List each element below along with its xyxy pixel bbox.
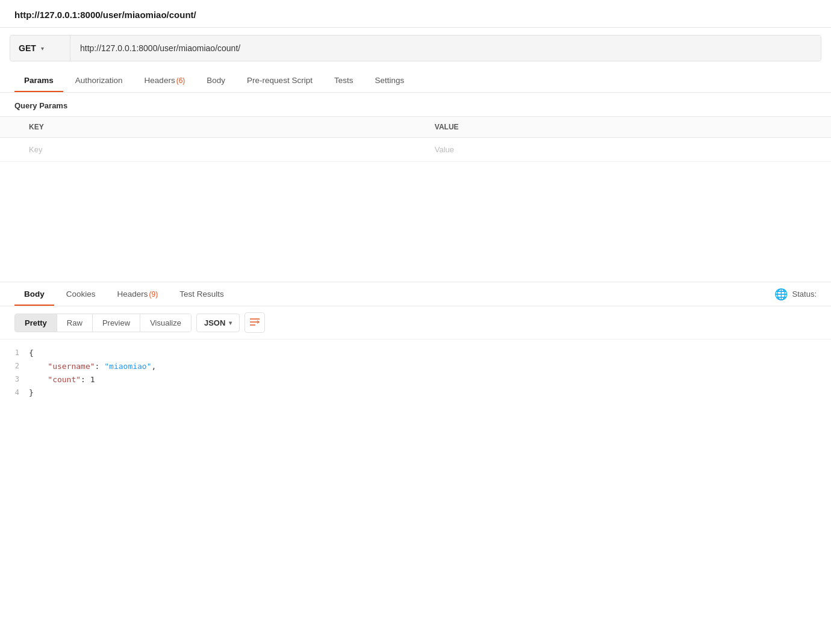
line-number-2: 2 — [5, 360, 29, 372]
tab-authorization[interactable]: Authorization — [66, 69, 132, 92]
tab-response-headers[interactable]: Headers(9) — [108, 282, 168, 306]
wrap-icon — [249, 317, 260, 328]
globe-icon: 🌐 — [774, 288, 788, 301]
tab-pre-request-script[interactable]: Pre-request Script — [237, 69, 322, 92]
format-bar: Pretty Raw Preview Visualize JSON ▾ — [0, 306, 831, 339]
code-line-2: 2 "username": "miaomiao", — [0, 360, 831, 373]
format-pretty-button[interactable]: Pretty — [15, 314, 57, 332]
code-line-4: 4 } — [0, 386, 831, 400]
chevron-down-icon: ▾ — [229, 320, 232, 326]
query-params-header: Query Params — [0, 93, 831, 116]
tab-settings[interactable]: Settings — [365, 69, 414, 92]
value-input-cell[interactable]: Value — [425, 138, 831, 162]
language-label: JSON — [204, 318, 225, 327]
format-visualize-button[interactable]: Visualize — [140, 314, 191, 332]
request-bar: GET ▾ — [10, 35, 821, 61]
headers-badge: (6) — [176, 76, 185, 85]
status-label: Status: — [792, 289, 817, 299]
col-checkbox — [0, 117, 19, 138]
tab-body[interactable]: Body — [197, 69, 235, 92]
tab-response-cookies[interactable]: Cookies — [57, 282, 105, 306]
wrap-button[interactable] — [244, 312, 265, 333]
line-content-4: } — [29, 386, 826, 400]
col-value-header: VALUE — [425, 117, 831, 138]
url-input[interactable] — [70, 36, 821, 61]
chevron-down-icon: ▾ — [41, 45, 44, 52]
format-preview-button[interactable]: Preview — [93, 314, 140, 332]
params-table: KEY VALUE Key Value — [0, 116, 831, 162]
url-display-top: http://127.0.0.1:8000/user/miaomiao/coun… — [14, 10, 196, 20]
code-line-1: 1 { — [0, 347, 831, 360]
method-label: GET — [19, 43, 36, 53]
line-number-3: 3 — [5, 373, 29, 385]
format-group: Pretty Raw Preview Visualize — [14, 314, 191, 332]
tab-headers[interactable]: Headers(6) — [135, 69, 195, 92]
tab-test-results[interactable]: Test Results — [170, 282, 234, 306]
method-selector[interactable]: GET ▾ — [10, 36, 70, 61]
key-input-cell[interactable]: Key — [19, 138, 425, 162]
line-content-3: "count": 1 — [29, 373, 826, 386]
response-status-area: 🌐 Status: — [774, 288, 817, 301]
line-content-1: { — [29, 347, 826, 360]
request-tabs-row: Params Authorization Headers(6) Body Pre… — [0, 69, 831, 93]
response-tabs-row: Body Cookies Headers(9) Test Results 🌐 S… — [0, 282, 831, 306]
response-headers-badge: (9) — [149, 290, 158, 299]
tab-response-body[interactable]: Body — [14, 282, 54, 306]
code-area: 1 { 2 "username": "miaomiao", 3 "count":… — [0, 339, 831, 407]
empty-area — [0, 162, 831, 282]
line-number-4: 4 — [5, 386, 29, 398]
line-number-1: 1 — [5, 347, 29, 359]
code-line-3: 3 "count": 1 — [0, 373, 831, 386]
response-tabs-left: Body Cookies Headers(9) Test Results — [14, 282, 234, 306]
response-section: Body Cookies Headers(9) Test Results 🌐 S… — [0, 282, 831, 407]
tab-tests[interactable]: Tests — [325, 69, 363, 92]
tab-params[interactable]: Params — [14, 69, 63, 92]
language-selector[interactable]: JSON ▾ — [196, 314, 240, 332]
line-content-2: "username": "miaomiao", — [29, 360, 826, 373]
table-row: Key Value — [0, 138, 831, 162]
format-raw-button[interactable]: Raw — [57, 314, 93, 332]
url-bar-top: http://127.0.0.1:8000/user/miaomiao/coun… — [0, 0, 831, 28]
row-checkbox-cell — [0, 138, 19, 162]
col-key-header: KEY — [19, 117, 425, 138]
